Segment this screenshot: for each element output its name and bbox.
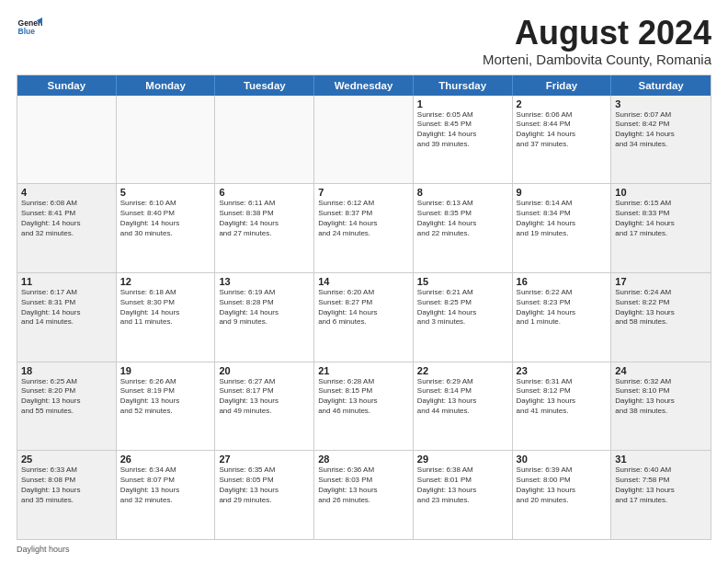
calendar-cell: 2Sunrise: 6:06 AM Sunset: 8:44 PM Daylig… bbox=[513, 96, 612, 184]
weekday-header: Thursday bbox=[414, 75, 513, 96]
calendar-week-row: 11Sunrise: 6:17 AM Sunset: 8:31 PM Dayli… bbox=[17, 273, 711, 362]
cell-sun-info: Sunrise: 6:10 AM Sunset: 8:40 PM Dayligh… bbox=[120, 199, 211, 238]
calendar-cell: 23Sunrise: 6:31 AM Sunset: 8:12 PM Dayli… bbox=[513, 362, 612, 451]
calendar-cell: 13Sunrise: 6:19 AM Sunset: 8:28 PM Dayli… bbox=[215, 273, 314, 362]
calendar-cell: 15Sunrise: 6:21 AM Sunset: 8:25 PM Dayli… bbox=[414, 273, 513, 362]
day-number: 30 bbox=[517, 454, 608, 465]
day-number: 18 bbox=[21, 365, 112, 376]
weekday-header: Monday bbox=[117, 75, 216, 96]
calendar-cell: 16Sunrise: 6:22 AM Sunset: 8:23 PM Dayli… bbox=[513, 273, 612, 362]
day-number: 20 bbox=[219, 365, 310, 376]
day-number: 15 bbox=[417, 276, 508, 287]
calendar-cell bbox=[117, 96, 216, 184]
cell-sun-info: Sunrise: 6:36 AM Sunset: 8:03 PM Dayligh… bbox=[318, 465, 409, 505]
calendar-body: 1Sunrise: 6:05 AM Sunset: 8:45 PM Daylig… bbox=[17, 96, 711, 539]
cell-sun-info: Sunrise: 6:21 AM Sunset: 8:25 PM Dayligh… bbox=[417, 288, 508, 327]
day-number: 13 bbox=[219, 276, 310, 287]
day-number: 8 bbox=[417, 187, 508, 198]
weekday-header: Saturday bbox=[611, 75, 711, 96]
calendar-cell: 24Sunrise: 6:32 AM Sunset: 8:10 PM Dayli… bbox=[611, 362, 711, 451]
weekday-header: Tuesday bbox=[215, 75, 314, 96]
calendar-cell: 20Sunrise: 6:27 AM Sunset: 8:17 PM Dayli… bbox=[215, 362, 314, 451]
cell-sun-info: Sunrise: 6:35 AM Sunset: 8:05 PM Dayligh… bbox=[219, 465, 310, 505]
calendar: SundayMondayTuesdayWednesdayThursdayFrid… bbox=[17, 75, 711, 540]
calendar-cell: 6Sunrise: 6:11 AM Sunset: 8:38 PM Daylig… bbox=[215, 184, 314, 272]
calendar-cell: 7Sunrise: 6:12 AM Sunset: 8:37 PM Daylig… bbox=[314, 184, 414, 272]
calendar-cell: 21Sunrise: 6:28 AM Sunset: 8:15 PM Dayli… bbox=[314, 362, 414, 451]
month-title: August 2024 bbox=[483, 15, 711, 52]
day-number: 6 bbox=[219, 187, 310, 198]
calendar-cell: 22Sunrise: 6:29 AM Sunset: 8:14 PM Dayli… bbox=[414, 362, 513, 451]
logo: General Blue bbox=[17, 15, 42, 40]
cell-sun-info: Sunrise: 6:06 AM Sunset: 8:44 PM Dayligh… bbox=[517, 110, 608, 150]
calendar-cell: 9Sunrise: 6:14 AM Sunset: 8:34 PM Daylig… bbox=[513, 184, 612, 272]
calendar-cell: 1Sunrise: 6:05 AM Sunset: 8:45 PM Daylig… bbox=[414, 96, 513, 184]
calendar-cell: 8Sunrise: 6:13 AM Sunset: 8:35 PM Daylig… bbox=[414, 184, 513, 272]
footer: Daylight hours bbox=[17, 545, 711, 554]
calendar-cell: 29Sunrise: 6:38 AM Sunset: 8:01 PM Dayli… bbox=[414, 451, 513, 539]
calendar-cell: 19Sunrise: 6:26 AM Sunset: 8:19 PM Dayli… bbox=[117, 362, 216, 451]
day-number: 28 bbox=[318, 454, 409, 465]
calendar-cell: 12Sunrise: 6:18 AM Sunset: 8:30 PM Dayli… bbox=[117, 273, 216, 362]
calendar-cell: 27Sunrise: 6:35 AM Sunset: 8:05 PM Dayli… bbox=[215, 451, 314, 539]
cell-sun-info: Sunrise: 6:17 AM Sunset: 8:31 PM Dayligh… bbox=[21, 288, 112, 327]
cell-sun-info: Sunrise: 6:39 AM Sunset: 8:00 PM Dayligh… bbox=[517, 465, 608, 505]
logo-icon: General Blue bbox=[17, 15, 42, 40]
calendar-cell: 26Sunrise: 6:34 AM Sunset: 8:07 PM Dayli… bbox=[117, 451, 216, 539]
day-number: 27 bbox=[219, 454, 310, 465]
calendar-cell: 4Sunrise: 6:08 AM Sunset: 8:41 PM Daylig… bbox=[17, 184, 117, 272]
calendar-week-row: 25Sunrise: 6:33 AM Sunset: 8:08 PM Dayli… bbox=[17, 451, 711, 539]
footer-text: Daylight hours bbox=[17, 545, 70, 554]
page: General Blue August 2024 Morteni, Dambov… bbox=[0, 0, 728, 563]
cell-sun-info: Sunrise: 6:07 AM Sunset: 8:42 PM Dayligh… bbox=[615, 110, 707, 150]
day-number: 5 bbox=[120, 187, 211, 198]
calendar-cell: 25Sunrise: 6:33 AM Sunset: 8:08 PM Dayli… bbox=[17, 451, 117, 539]
day-number: 16 bbox=[517, 276, 608, 287]
day-number: 23 bbox=[517, 365, 608, 376]
calendar-cell: 28Sunrise: 6:36 AM Sunset: 8:03 PM Dayli… bbox=[314, 451, 414, 539]
svg-text:Blue: Blue bbox=[18, 27, 36, 36]
calendar-cell: 5Sunrise: 6:10 AM Sunset: 8:40 PM Daylig… bbox=[117, 184, 216, 272]
cell-sun-info: Sunrise: 6:22 AM Sunset: 8:23 PM Dayligh… bbox=[517, 288, 608, 327]
cell-sun-info: Sunrise: 6:15 AM Sunset: 8:33 PM Dayligh… bbox=[615, 199, 707, 238]
calendar-cell: 31Sunrise: 6:40 AM Sunset: 7:58 PM Dayli… bbox=[611, 451, 711, 539]
cell-sun-info: Sunrise: 6:27 AM Sunset: 8:17 PM Dayligh… bbox=[219, 377, 310, 417]
day-number: 31 bbox=[615, 454, 707, 465]
cell-sun-info: Sunrise: 6:31 AM Sunset: 8:12 PM Dayligh… bbox=[517, 377, 608, 417]
day-number: 24 bbox=[615, 365, 707, 376]
day-number: 4 bbox=[21, 187, 112, 198]
day-number: 17 bbox=[615, 276, 707, 287]
title-block: August 2024 Morteni, Dambovita County, R… bbox=[483, 15, 711, 67]
cell-sun-info: Sunrise: 6:32 AM Sunset: 8:10 PM Dayligh… bbox=[615, 377, 707, 417]
day-number: 21 bbox=[318, 365, 409, 376]
cell-sun-info: Sunrise: 6:20 AM Sunset: 8:27 PM Dayligh… bbox=[318, 288, 409, 327]
day-number: 19 bbox=[120, 365, 211, 376]
cell-sun-info: Sunrise: 6:33 AM Sunset: 8:08 PM Dayligh… bbox=[21, 465, 112, 505]
weekday-header: Friday bbox=[513, 75, 612, 96]
cell-sun-info: Sunrise: 6:08 AM Sunset: 8:41 PM Dayligh… bbox=[21, 199, 112, 238]
cell-sun-info: Sunrise: 6:25 AM Sunset: 8:20 PM Dayligh… bbox=[21, 377, 112, 417]
location-subtitle: Morteni, Dambovita County, Romania bbox=[483, 52, 711, 67]
calendar-cell: 30Sunrise: 6:39 AM Sunset: 8:00 PM Dayli… bbox=[513, 451, 612, 539]
day-number: 29 bbox=[417, 454, 508, 465]
calendar-cell bbox=[314, 96, 414, 184]
day-number: 26 bbox=[120, 454, 211, 465]
calendar-week-row: 1Sunrise: 6:05 AM Sunset: 8:45 PM Daylig… bbox=[17, 96, 711, 185]
cell-sun-info: Sunrise: 6:18 AM Sunset: 8:30 PM Dayligh… bbox=[120, 288, 211, 327]
day-number: 9 bbox=[517, 187, 608, 198]
day-number: 11 bbox=[21, 276, 112, 287]
weekday-header: Wednesday bbox=[314, 75, 414, 96]
calendar-cell bbox=[215, 96, 314, 184]
calendar-cell bbox=[17, 96, 117, 184]
calendar-cell: 3Sunrise: 6:07 AM Sunset: 8:42 PM Daylig… bbox=[611, 96, 711, 184]
calendar-cell: 10Sunrise: 6:15 AM Sunset: 8:33 PM Dayli… bbox=[611, 184, 711, 272]
calendar-cell: 18Sunrise: 6:25 AM Sunset: 8:20 PM Dayli… bbox=[17, 362, 117, 451]
cell-sun-info: Sunrise: 6:26 AM Sunset: 8:19 PM Dayligh… bbox=[120, 377, 211, 417]
day-number: 14 bbox=[318, 276, 409, 287]
cell-sun-info: Sunrise: 6:14 AM Sunset: 8:34 PM Dayligh… bbox=[517, 199, 608, 238]
calendar-header: SundayMondayTuesdayWednesdayThursdayFrid… bbox=[17, 75, 711, 96]
calendar-week-row: 18Sunrise: 6:25 AM Sunset: 8:20 PM Dayli… bbox=[17, 362, 711, 452]
header: General Blue August 2024 Morteni, Dambov… bbox=[17, 15, 711, 67]
day-number: 22 bbox=[417, 365, 508, 376]
day-number: 10 bbox=[615, 187, 707, 198]
